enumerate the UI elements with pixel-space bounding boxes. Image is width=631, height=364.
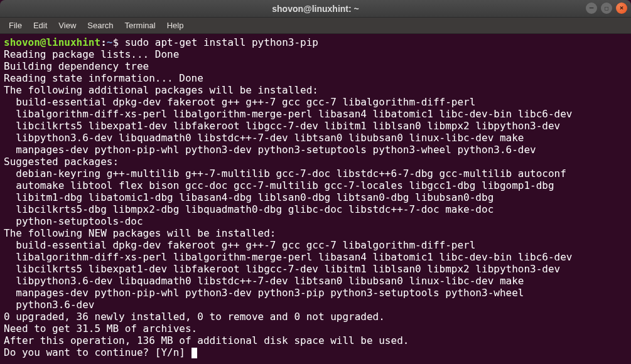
menu-terminal[interactable]: Terminal [120,19,161,32]
window-controls [586,3,627,14]
entered-command: sudo apt-get install python3-pip [125,36,318,48]
terminal-output: Reading package lists... Done Building d… [4,48,572,358]
menu-edit[interactable]: Edit [28,19,52,32]
prompt-separator: : [100,36,107,48]
menu-view[interactable]: View [53,19,81,32]
window-title: shovon@linuxhint: ~ [272,4,359,14]
cursor [191,348,197,358]
menu-search[interactable]: Search [82,19,118,32]
window-titlebar: shovon@linuxhint: ~ [0,0,631,18]
menu-file[interactable]: File [4,19,27,32]
prompt-path: ~ [107,36,113,48]
terminal-area[interactable]: shovon@linuxhint:~$ sudo apt-get install… [0,34,631,364]
menu-help[interactable]: Help [162,19,189,32]
close-button[interactable] [616,3,627,14]
prompt-symbol: $ [112,36,119,48]
minimize-button[interactable] [586,3,597,14]
maximize-button[interactable] [601,3,612,14]
prompt-user-host: shovon@linuxhint [4,36,100,48]
menubar: File Edit View Search Terminal Help [0,18,631,34]
